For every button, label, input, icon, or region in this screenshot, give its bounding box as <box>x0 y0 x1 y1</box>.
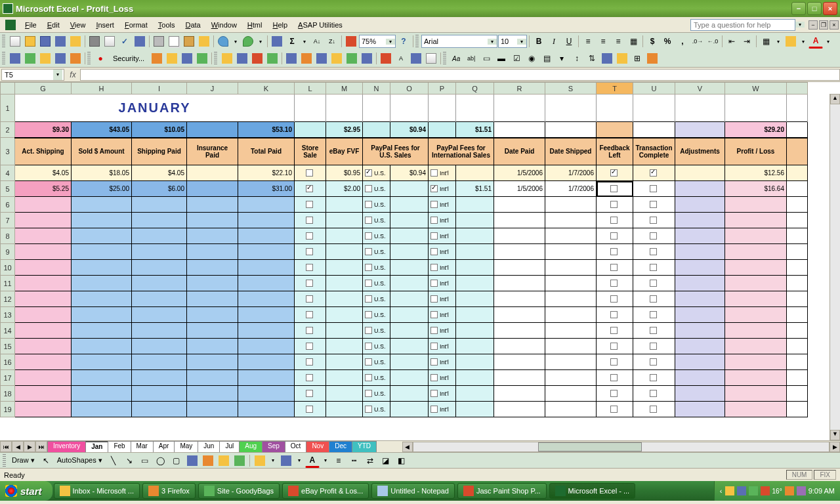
cell-V8[interactable] <box>675 228 725 244</box>
draw-menu[interactable]: Draw ▾ <box>9 456 37 465</box>
forms-group-button[interactable]: ▭ <box>479 51 494 66</box>
underline-button[interactable]: U <box>562 34 576 49</box>
tb3-btn2[interactable] <box>235 51 249 66</box>
cell-Q8[interactable] <box>456 228 494 244</box>
cell-U12[interactable] <box>633 291 675 307</box>
cell-I11[interactable] <box>132 276 187 291</box>
header-cell-V[interactable]: Adjustments <box>675 138 725 165</box>
cell-U14[interactable] <box>633 323 675 339</box>
sheet-tab-aug[interactable]: Aug <box>239 441 262 452</box>
cell-J12[interactable] <box>187 291 238 307</box>
cell-U13[interactable] <box>633 307 675 323</box>
tb2-btn6[interactable] <box>150 51 164 66</box>
cell-O9[interactable] <box>390 244 429 260</box>
forms-combo-button[interactable]: ▾ <box>555 51 569 66</box>
diagram-button[interactable] <box>201 453 215 468</box>
tb3-btn7[interactable] <box>314 51 329 66</box>
cell-S11[interactable] <box>545 276 597 291</box>
cell-J5[interactable] <box>187 181 238 197</box>
tb3-btn6[interactable] <box>299 51 314 66</box>
menu-help[interactable]: Help <box>267 19 293 31</box>
cell-Q12[interactable] <box>456 291 494 307</box>
cell-G4[interactable]: $4.05 <box>15 165 72 181</box>
cell-W12[interactable] <box>725 291 787 307</box>
cell-9[interactable] <box>787 244 808 260</box>
permission-button[interactable] <box>53 34 68 49</box>
minimize-button[interactable]: − <box>791 2 806 15</box>
cell-P19[interactable]: Int'l <box>429 402 456 417</box>
cell-W15[interactable] <box>725 339 787 354</box>
total-cell-P[interactable] <box>429 122 456 138</box>
wordart-button[interactable] <box>185 453 200 468</box>
column-header-U[interactable]: U <box>633 83 675 94</box>
cell-G16[interactable] <box>15 354 72 370</box>
cell-N16[interactable]: U.S. <box>363 354 390 370</box>
cell-K5[interactable]: $31.00 <box>238 181 295 197</box>
cell-Q19[interactable] <box>456 402 494 417</box>
cell-N14[interactable]: U.S. <box>363 323 390 339</box>
total-cell-J[interactable] <box>187 122 238 138</box>
open-button[interactable] <box>23 34 37 49</box>
scroll-down-arrow[interactable]: ▼ <box>830 430 840 440</box>
cell-M15[interactable] <box>326 339 363 354</box>
tb3-btn8[interactable] <box>329 51 344 66</box>
tb3-btn1[interactable] <box>220 51 234 66</box>
cell-V13[interactable] <box>675 307 725 323</box>
cell-O17[interactable] <box>390 370 429 386</box>
cell-K18[interactable] <box>238 386 295 402</box>
cell-H4[interactable]: $18.05 <box>72 165 132 181</box>
cell-J10[interactable] <box>187 260 238 276</box>
tray-icon[interactable] <box>725 486 734 495</box>
header-cell-L[interactable]: Store Sale <box>295 138 326 165</box>
cell-R8[interactable] <box>494 228 545 244</box>
cell-W4[interactable]: $12.56 <box>725 165 787 181</box>
column-header-[interactable] <box>787 83 808 94</box>
cell-S9[interactable] <box>545 244 597 260</box>
cell-U6[interactable] <box>633 197 675 213</box>
cell-J19[interactable] <box>187 402 238 417</box>
cell-I7[interactable] <box>132 213 187 228</box>
total-cell-O[interactable]: $0.94 <box>390 122 429 138</box>
font-color-dropdown[interactable]: ▾ <box>824 39 833 45</box>
tb3-btn4[interactable] <box>265 51 280 66</box>
cell-I14[interactable] <box>132 323 187 339</box>
cell-4[interactable] <box>787 165 808 181</box>
cell-V10[interactable] <box>675 260 725 276</box>
cell-M17[interactable] <box>326 370 363 386</box>
autoshapes-menu[interactable]: AutoShapes ▾ <box>54 456 105 465</box>
decrease-indent-button[interactable]: ⇤ <box>724 34 739 49</box>
cell-R13[interactable] <box>494 307 545 323</box>
total-cell-Q[interactable]: $1.51 <box>456 122 494 138</box>
start-button[interactable]: start <box>0 481 52 501</box>
column-header-O[interactable]: O <box>390 83 429 94</box>
print-button[interactable] <box>87 34 102 49</box>
cell-V18[interactable] <box>675 386 725 402</box>
column-header-P[interactable]: P <box>429 83 456 94</box>
total-cell-H[interactable]: $43.05 <box>72 122 132 138</box>
cell-O6[interactable] <box>390 197 429 213</box>
cell-S13[interactable] <box>545 307 597 323</box>
column-header-L[interactable]: L <box>295 83 326 94</box>
menu-data[interactable]: Data <box>180 19 205 31</box>
tray-icon[interactable] <box>749 486 758 495</box>
sheet-tab-jun[interactable]: Jun <box>198 441 220 452</box>
cell-H8[interactable] <box>72 228 132 244</box>
cell-S18[interactable] <box>545 386 597 402</box>
system-tray[interactable]: ‹ 16° 9:09 AM <box>714 481 840 501</box>
doc-restore-button[interactable]: ❐ <box>819 20 828 30</box>
cell-W8[interactable] <box>725 228 787 244</box>
help-dropdown-arrow[interactable]: ▾ <box>795 22 805 28</box>
column-header-T[interactable]: T <box>597 83 633 94</box>
sheet-tab-dec[interactable]: Dec <box>329 441 352 452</box>
draw-font-color[interactable]: A <box>305 453 320 468</box>
autosum-dropdown[interactable]: ▾ <box>300 39 309 45</box>
cell-7[interactable] <box>787 213 808 228</box>
cell-H11[interactable] <box>72 276 132 291</box>
fill-color-button[interactable] <box>784 34 798 49</box>
cell-K7[interactable] <box>238 213 295 228</box>
cell-T5[interactable] <box>597 181 633 197</box>
cell-O13[interactable] <box>390 307 429 323</box>
total-cell-N[interactable] <box>363 122 390 138</box>
header-cell-[interactable] <box>787 138 808 165</box>
font-size-dropdown[interactable]: ▾ <box>498 35 527 48</box>
